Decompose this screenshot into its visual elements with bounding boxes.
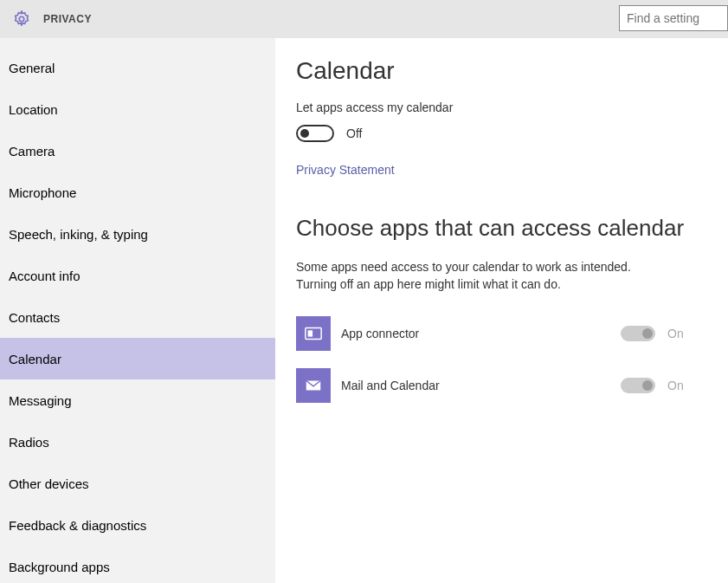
sidebar-item-speech[interactable]: Speech, inking, & typing xyxy=(0,213,275,255)
mail-icon xyxy=(296,368,331,403)
sidebar-item-label: Radios xyxy=(9,435,49,450)
sidebar-item-label: Account info xyxy=(9,269,81,283)
privacy-statement-link[interactable]: Privacy Statement xyxy=(296,163,395,177)
sidebar-item-radios[interactable]: Radios xyxy=(0,421,275,463)
app-toggle[interactable] xyxy=(621,326,655,341)
master-toggle-label: Let apps access my calendar xyxy=(296,100,707,114)
toggle-knob xyxy=(642,380,653,391)
main-content: Calendar Let apps access my calendar Off… xyxy=(275,38,728,583)
app-label: App connector xyxy=(341,327,621,340)
sidebar-item-label: Feedback & diagnostics xyxy=(9,518,146,533)
page-title: Calendar xyxy=(296,57,707,85)
apps-section-heading: Choose apps that can access calendar xyxy=(296,215,707,242)
header-title: PRIVACY xyxy=(43,13,92,25)
toggle-knob xyxy=(300,129,309,138)
search-input[interactable] xyxy=(619,5,728,31)
sidebar-item-label: Microphone xyxy=(9,185,76,200)
header-bar: PRIVACY xyxy=(0,0,728,38)
sidebar-item-other-devices[interactable]: Other devices xyxy=(0,463,275,504)
app-toggle-state: On xyxy=(667,327,684,340)
app-toggle-state: On xyxy=(667,379,684,392)
sidebar-item-label: Contacts xyxy=(9,310,60,325)
svg-rect-2 xyxy=(308,331,313,337)
sidebar-item-label: Location xyxy=(9,102,58,117)
master-toggle-state: Off xyxy=(346,126,362,140)
sidebar: General Location Camera Microphone Speec… xyxy=(0,38,275,583)
app-toggle[interactable] xyxy=(621,378,655,393)
sidebar-item-microphone[interactable]: Microphone xyxy=(0,172,275,213)
sidebar-item-contacts[interactable]: Contacts xyxy=(0,296,275,338)
sidebar-item-label: Messaging xyxy=(9,393,72,408)
sidebar-item-camera[interactable]: Camera xyxy=(0,130,275,172)
sidebar-item-account-info[interactable]: Account info xyxy=(0,255,275,296)
sidebar-item-general[interactable]: General xyxy=(0,47,275,88)
sidebar-item-label: Speech, inking, & typing xyxy=(9,227,148,242)
sidebar-item-label: Background apps xyxy=(9,560,110,574)
master-toggle[interactable] xyxy=(296,125,334,142)
sidebar-item-label: General xyxy=(9,61,55,75)
sidebar-item-calendar[interactable]: Calendar xyxy=(0,338,275,379)
sidebar-item-background-apps[interactable]: Background apps xyxy=(0,546,275,583)
app-connector-icon xyxy=(296,316,331,351)
app-label: Mail and Calendar xyxy=(341,379,621,392)
sidebar-item-messaging[interactable]: Messaging xyxy=(0,379,275,421)
svg-point-0 xyxy=(19,16,24,22)
sidebar-item-label: Calendar xyxy=(9,352,61,366)
gear-icon xyxy=(12,10,31,29)
apps-section-description: Some apps need access to your calendar t… xyxy=(296,259,660,293)
sidebar-item-feedback[interactable]: Feedback & diagnostics xyxy=(0,504,275,546)
sidebar-item-label: Other devices xyxy=(9,476,89,491)
app-row: App connector On xyxy=(296,314,707,353)
sidebar-item-location[interactable]: Location xyxy=(0,88,275,130)
sidebar-item-label: Camera xyxy=(9,144,55,159)
app-row: Mail and Calendar On xyxy=(296,366,707,405)
toggle-knob xyxy=(642,328,653,339)
